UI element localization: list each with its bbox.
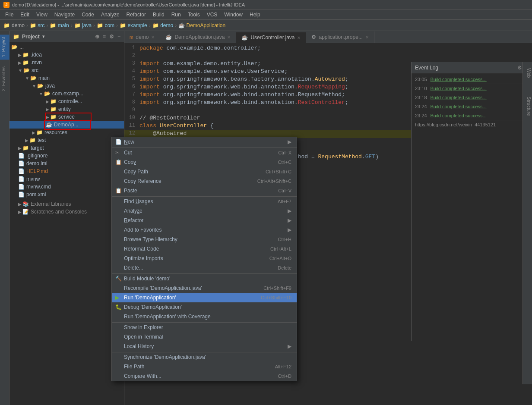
ctx-copy-ref[interactable]: Copy Reference Ctrl+Alt+Shift+C [112,176,297,186]
tab-demo[interactable]: m demo ✕ [124,31,160,43]
tree-external-libs[interactable]: ▶ 📚 External Libraries [10,200,124,208]
ctx-file-path[interactable]: File Path Alt+F12 [112,362,297,371]
breadcrumb-java[interactable]: 📁 java [74,22,92,28]
menu-edit[interactable]: Edit [17,11,33,19]
tree-mvnw[interactable]: 📄 mvnw [10,175,124,183]
ctx-new-label: New [124,139,288,145]
event-log-settings-icon[interactable]: ⚙ [517,65,522,71]
tree-root[interactable]: 📂 ... [10,43,124,51]
menu-vcs[interactable]: VCS [203,11,221,19]
tree-demo-iml[interactable]: 📄 demo.iml [10,160,124,167]
collapse-icon[interactable]: ≡ [103,34,106,40]
ctx-delete[interactable]: Delete... Delete [112,263,297,273]
tree-scratches[interactable]: ▶ 📝 Scratches and Consoles [10,208,124,216]
ctx-analyze[interactable]: Analyze ▶ [112,206,297,216]
ctx-cut[interactable]: ✂ Cut Ctrl+X [112,148,297,157]
ctx-copy-path[interactable]: Copy Path Ctrl+Shift+C [112,167,297,176]
tree-mvnw-cmd[interactable]: 📄 mvnw.cmd [10,183,124,191]
ctx-run-coverage[interactable]: Run 'DemoApplication' with Coverage [112,312,297,321]
menu-refactor[interactable]: Refactor [123,11,149,19]
ctx-copy[interactable]: 📋 Copy Ctrl+C [112,157,297,167]
idea-label: .idea [31,52,42,58]
menu-navigate[interactable]: Navigate [51,11,78,19]
menu-window[interactable]: Window [221,11,246,19]
tree-main[interactable]: ▼ 📂 main [10,74,124,82]
ctx-new[interactable]: 📄 New ▶ [112,137,297,147]
ctx-optimize[interactable]: Optimize Imports Ctrl+Alt+O [112,254,297,263]
ctx-find-usages[interactable]: Find Usages Alt+F7 [112,196,297,206]
tab-demo-app[interactable]: ☕ DemoApplication.java ✕ [160,31,236,43]
tree-java[interactable]: ▼ 📂 java [10,82,124,90]
event-link-1[interactable]: Build completed success... [431,77,487,82]
ctx-recompile[interactable]: Recompile 'DemoApplication.java' Ctrl+Sh… [112,283,297,293]
tree-mvn[interactable]: ▶ 📁 .mvn [10,59,124,66]
breadcrumb-main[interactable]: 📁 main [50,22,69,28]
tree-com-example[interactable]: ▼ 📂 com.examp... [10,90,124,97]
sidebar-tab-web[interactable]: Web [523,66,532,80]
ctx-local-history[interactable]: Local History ▶ [112,342,297,351]
csdn-link[interactable]: https://blog.csdn.net/weixin_44135121 [412,120,532,129]
tree-controller[interactable]: ▶ 📁 controlle... [10,97,124,105]
tab-demo-app-close[interactable]: ✕ [227,35,231,40]
tree-idea[interactable]: ▶ 📁 .idea [10,51,124,59]
breadcrumb-example[interactable]: 📁 example [120,22,147,28]
tab-user-ctrl-close[interactable]: ✕ [297,35,301,40]
right-sidebar-strip: Web Structure [522,62,532,384]
tab-demo-close[interactable]: ✕ [151,35,155,40]
menu-file[interactable]: File [2,11,17,19]
sidebar-tab-favorites[interactable]: 2: Favorites [0,64,10,94]
root-folder-icon: 📂 [11,44,18,50]
event-link-5[interactable]: Build completed success... [431,113,487,118]
tree-resources[interactable]: ▶ 📁 resources [10,129,124,136]
tab-app-props-close[interactable]: ✕ [365,35,369,40]
menu-build[interactable]: Build [149,11,168,19]
tree-pom[interactable]: 📄 pom.xml [10,191,124,198]
menu-run[interactable]: Run [168,11,184,19]
breadcrumb-demo[interactable]: demo [12,22,25,28]
menu-code[interactable]: Code [78,11,98,19]
close-panel-icon[interactable]: − [117,34,120,40]
tree-entity[interactable]: ▶ 📁 entity [10,105,124,113]
tree-gitignore[interactable]: 📄 .gitignore [10,152,124,160]
title-bar: J demo [D:\idea\demo] - ...\src\main\jav… [0,0,532,9]
menu-help[interactable]: Help [246,11,264,19]
tab-user-controller[interactable]: ☕ UserController.java ✕ [236,32,306,44]
ctx-analyze-arrow: ▶ [288,208,291,214]
breadcrumb-demoapp[interactable]: ☕ DemoApplication [178,22,225,28]
tree-help-md[interactable]: 📄 HELP.md [10,167,124,175]
ctx-add-favorites[interactable]: Add to Favorites ▶ [112,225,297,235]
ctx-browse-hierarchy[interactable]: Browse Type Hierarchy Ctrl+H [112,235,297,244]
ctx-debug[interactable]: 🐛 Debug 'DemoApplication' [112,302,297,312]
settings-icon[interactable]: ⚙ [109,34,114,40]
event-link-4[interactable]: Build completed success... [431,104,487,109]
ctx-reformat[interactable]: Reformat Code Ctrl+Alt+L [112,244,297,254]
ctx-add-fav-label: Add to Favorites [124,227,288,233]
tree-demoapp[interactable]: ☕ DemoAp... [10,121,124,129]
ctx-refactor[interactable]: Refactor ▶ [112,216,297,225]
breadcrumb-src[interactable]: 📁 src [30,22,44,28]
tab-app-props[interactable]: ⚙ application.prope... ✕ [306,31,374,43]
tree-target[interactable]: ▶ 📁 target [10,144,124,152]
ctx-synchronize[interactable]: Synchronize 'DemoApplication.java' [112,352,297,362]
ctx-build-module[interactable]: 🔨 Build Module 'demo' [112,273,297,283]
ctx-run[interactable]: ▶ Run 'DemoApplication' Ctrl+Shift+F10 [112,293,297,302]
locate-icon[interactable]: ⊕ [95,34,99,40]
menu-tools[interactable]: Tools [184,11,203,19]
tree-src[interactable]: ▼ 📂 src [10,66,124,74]
tree-test[interactable]: ▶ 📁 test [10,136,124,144]
ctx-paste[interactable]: 📋 Paste Ctrl+V [112,186,297,195]
menu-analyze[interactable]: Analyze [98,11,123,19]
event-link-3[interactable]: Build completed success... [431,95,487,100]
menu-view[interactable]: View [33,11,51,19]
event-link-2[interactable]: Build completed success... [431,86,487,91]
tree-service[interactable]: ▶ 📁 service [10,113,124,121]
ctx-show-explorer[interactable]: Show in Explorer [112,322,297,332]
sidebar-tab-project[interactable]: 1: Project [0,35,10,60]
sidebar-tab-structure[interactable]: Structure [523,94,532,119]
ctx-open-terminal[interactable]: Open in Terminal [112,332,297,342]
ctx-compare[interactable]: Compare With... Ctrl+D [112,371,297,381]
breadcrumb-com[interactable]: 📁 com [97,22,114,28]
breadcrumb-demo2[interactable]: 📁 demo [152,22,173,28]
left-sidebar-strip: 1: Project 2: Favorites [0,31,10,405]
project-dropdown[interactable]: ▾ [42,34,44,39]
